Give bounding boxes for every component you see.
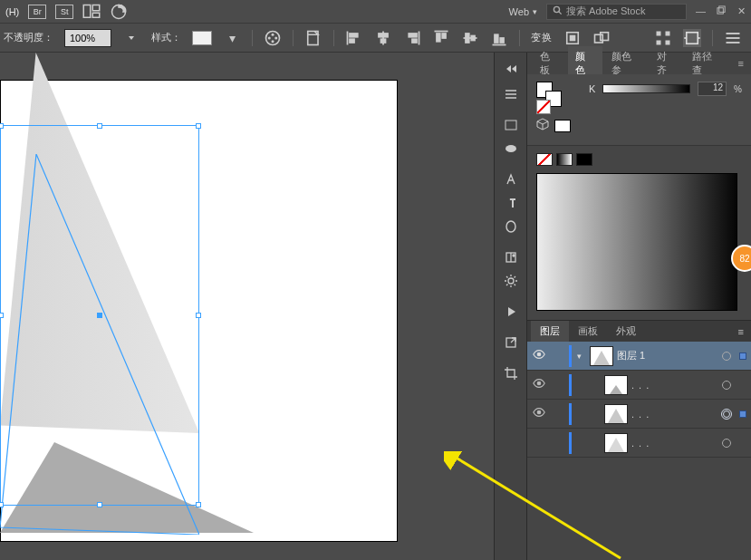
gradient-panel (527, 145, 751, 320)
svg-point-13 (268, 36, 271, 39)
align-left-icon[interactable] (345, 29, 363, 47)
sublayer-name-label[interactable]: . . . (631, 438, 718, 449)
none-swatch[interactable] (536, 100, 551, 114)
align-bottom-icon[interactable] (490, 29, 508, 47)
opacity-label: 不透明度： (4, 31, 53, 44)
swatches-panel-icon[interactable] (502, 116, 520, 134)
svg-line-5 (559, 12, 562, 14)
svg-rect-38 (666, 31, 670, 35)
gradient-spectrum[interactable] (536, 173, 737, 311)
crop-panel-icon[interactable] (502, 364, 520, 382)
graphic-style-swatch[interactable] (192, 31, 212, 45)
svg-rect-40 (666, 40, 670, 44)
layer-row[interactable]: . . . (527, 429, 751, 458)
visibility-toggle-icon[interactable] (527, 377, 551, 393)
application-menu-bar: (H) Br St Web ▾ 搜索 Adobe Stock — ✕ (0, 0, 751, 24)
selection-indicator[interactable] (735, 352, 751, 360)
svg-point-56 (505, 145, 516, 152)
layer-name-label[interactable]: 图层 1 (617, 349, 718, 362)
align-vcenter-icon[interactable] (461, 29, 479, 47)
color-panel-menu-icon[interactable]: ≡ (731, 58, 751, 69)
menu-item-help[interactable]: (H) (5, 6, 19, 17)
k-slider[interactable] (602, 84, 690, 93)
window-minimize-icon[interactable]: — (696, 5, 706, 17)
svg-rect-7 (719, 6, 725, 12)
bridge-button[interactable]: Br (28, 5, 46, 19)
paragraph-panel-icon[interactable] (502, 194, 520, 212)
gpu-preview-icon[interactable] (110, 3, 128, 21)
canvas[interactable] (0, 53, 494, 560)
graphic-style-chevron-icon[interactable]: ▾ (223, 29, 241, 47)
visibility-toggle-icon[interactable] (527, 348, 551, 364)
layer-row[interactable]: ▾ 图层 1 (527, 342, 751, 371)
window-close-icon[interactable]: ✕ (737, 5, 746, 17)
align-right-icon[interactable] (403, 29, 421, 47)
shape-mode-icon[interactable] (592, 29, 611, 47)
layer-row[interactable]: . . . (527, 371, 751, 400)
visibility-toggle-icon[interactable] (527, 406, 551, 422)
selection-indicator[interactable] (735, 410, 751, 418)
gradient-swatch-linear[interactable] (556, 153, 573, 166)
window-restore-icon[interactable] (717, 5, 727, 17)
svg-point-11 (274, 36, 277, 39)
isolate-icon[interactable] (563, 29, 582, 47)
tab-layers[interactable]: 图层 (531, 321, 569, 342)
tab-artboards[interactable]: 画板 (569, 321, 607, 342)
export-panel-icon[interactable] (502, 333, 520, 352)
sublayer-name-label[interactable]: . . . (631, 380, 718, 391)
workspace-switcher[interactable]: Web ▾ (509, 6, 537, 17)
layer-row[interactable]: . . . (527, 400, 751, 429)
symbols-panel-icon[interactable] (502, 248, 520, 266)
disclosure-icon[interactable]: ▾ (572, 352, 586, 361)
gradient-swatch-none[interactable] (536, 153, 553, 166)
target-indicator[interactable] (718, 352, 735, 361)
svg-rect-25 (437, 34, 440, 42)
svg-point-77 (537, 410, 541, 414)
actions-panel-icon[interactable] (502, 303, 520, 321)
target-indicator[interactable] (718, 439, 735, 448)
svg-rect-31 (495, 34, 498, 43)
fill-stroke-indicator[interactable] (536, 82, 563, 109)
align-hcenter-icon[interactable] (374, 29, 392, 47)
k-channel-label: K (589, 83, 595, 94)
svg-point-4 (554, 6, 559, 12)
color-3d-icon[interactable] (536, 118, 549, 134)
arrange-documents-icon[interactable] (82, 3, 101, 21)
brushes-panel-icon[interactable] (502, 140, 520, 158)
snap-pixel-icon[interactable] (683, 29, 701, 47)
stock-button[interactable]: St (55, 5, 73, 19)
svg-line-68 (514, 276, 515, 278)
opacity-input[interactable]: 100% (64, 29, 111, 47)
preferences-icon[interactable] (502, 272, 520, 290)
color-panel-body: K 12 % (527, 74, 751, 145)
document-setup-icon[interactable] (304, 29, 323, 47)
target-indicator[interactable] (718, 409, 735, 420)
svg-rect-20 (381, 39, 386, 43)
workspace-area: 色板 颜色 颜色参 对齐 路径查 ≡ K 12 % (0, 53, 751, 560)
stroke-panel-icon[interactable] (502, 217, 520, 236)
gradient-swatch-black[interactable] (576, 153, 592, 166)
target-indicator[interactable] (718, 381, 735, 390)
svg-rect-1 (93, 5, 101, 10)
stock-search-input[interactable]: 搜索 Adobe Stock (546, 4, 687, 20)
sublayer-name-label[interactable]: . . . (631, 409, 718, 420)
svg-marker-73 (537, 119, 548, 124)
svg-rect-39 (657, 40, 661, 44)
svg-point-10 (272, 33, 274, 35)
tab-appearance[interactable]: 外观 (607, 321, 645, 342)
layers-panel-menu-icon[interactable]: ≡ (731, 326, 751, 337)
opacity-dropdown-icon[interactable] (122, 29, 140, 47)
grid-icon[interactable] (654, 29, 672, 47)
dock-toggle-icon[interactable] (502, 60, 520, 78)
transform-label[interactable]: 变换 (531, 31, 553, 44)
sublayer-thumbnail (604, 375, 628, 395)
k-value-input[interactable]: 12 (698, 82, 727, 96)
dock-menu-icon[interactable] (502, 85, 520, 103)
svg-rect-6 (717, 8, 723, 14)
color-swatch-small[interactable] (554, 120, 571, 132)
align-top-icon[interactable] (432, 29, 450, 47)
collapsed-panel-dock (494, 53, 526, 560)
character-panel-icon[interactable] (502, 170, 520, 188)
panel-menu-icon[interactable] (724, 29, 742, 47)
recolor-icon[interactable] (264, 29, 282, 47)
